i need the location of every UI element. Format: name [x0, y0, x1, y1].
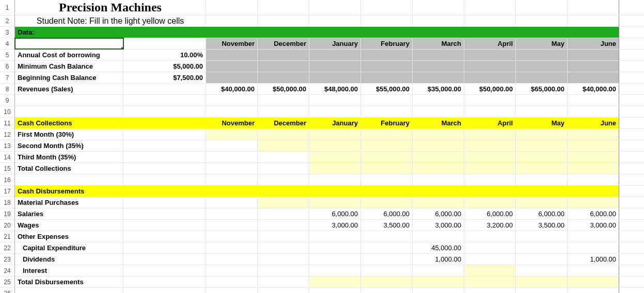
- cell[interactable]: [258, 265, 309, 276]
- cell[interactable]: [361, 72, 413, 83]
- cell[interactable]: [309, 231, 361, 242]
- cell[interactable]: [361, 0, 413, 15]
- cell[interactable]: [568, 106, 619, 117]
- cell[interactable]: [568, 265, 619, 276]
- first-month-label[interactable]: First Month (30%): [15, 129, 123, 140]
- input-cell[interactable]: [516, 129, 568, 140]
- input-cell[interactable]: [361, 129, 413, 140]
- cell[interactable]: [568, 95, 619, 106]
- row-header[interactable]: 11: [0, 118, 14, 129]
- cell[interactable]: [516, 95, 568, 106]
- month-header[interactable]: June: [568, 118, 619, 128]
- cell[interactable]: [464, 106, 516, 117]
- cell[interactable]: [309, 27, 361, 38]
- other-expenses-label[interactable]: Other Expenses: [15, 231, 123, 242]
- cell[interactable]: [464, 186, 516, 197]
- cell[interactable]: [123, 220, 206, 231]
- capex-value[interactable]: [258, 242, 309, 253]
- row-header[interactable]: 9: [0, 95, 14, 106]
- capex-value[interactable]: [568, 242, 619, 253]
- input-cell[interactable]: [413, 163, 464, 174]
- cell[interactable]: [258, 61, 309, 72]
- dividend-value[interactable]: [361, 254, 413, 265]
- cell[interactable]: [568, 174, 619, 185]
- cell[interactable]: [206, 72, 258, 83]
- cell[interactable]: [413, 61, 464, 72]
- cell[interactable]: [516, 186, 568, 197]
- cell[interactable]: [258, 152, 309, 162]
- cell[interactable]: [206, 174, 258, 185]
- cell[interactable]: [516, 265, 568, 276]
- cell[interactable]: [206, 152, 258, 162]
- cell[interactable]: [361, 50, 413, 60]
- cell[interactable]: [206, 276, 258, 287]
- input-cell[interactable]: [568, 129, 619, 140]
- wage-value[interactable]: 3,200.00: [464, 220, 516, 231]
- row-header[interactable]: 7: [0, 72, 14, 84]
- cell[interactable]: [413, 174, 464, 185]
- input-cell[interactable]: [464, 129, 516, 140]
- cell[interactable]: [464, 72, 516, 83]
- row-header[interactable]: 18: [0, 197, 14, 208]
- cell[interactable]: [413, 15, 464, 26]
- input-cell[interactable]: [309, 163, 361, 174]
- cell[interactable]: [361, 231, 413, 242]
- cell[interactable]: [309, 0, 361, 15]
- cell[interactable]: [568, 50, 619, 60]
- capex-value[interactable]: [206, 242, 258, 253]
- cell[interactable]: [15, 288, 123, 293]
- cell[interactable]: [258, 72, 309, 83]
- cell[interactable]: [361, 27, 413, 38]
- input-cell[interactable]: [413, 276, 464, 287]
- cell[interactable]: [516, 50, 568, 60]
- input-cell[interactable]: [568, 152, 619, 162]
- cell[interactable]: [206, 61, 258, 72]
- row-header[interactable]: 12: [0, 129, 14, 140]
- row-header[interactable]: 8: [0, 84, 14, 95]
- cell[interactable]: [258, 15, 309, 26]
- cell[interactable]: [516, 15, 568, 26]
- cash-disbursements-label[interactable]: Cash Disbursements: [15, 186, 123, 197]
- input-cell[interactable]: [516, 152, 568, 162]
- cell[interactable]: [206, 265, 258, 276]
- cell[interactable]: [123, 38, 206, 49]
- row-header[interactable]: 25: [0, 276, 14, 288]
- material-purchases-label[interactable]: Material Purchases: [15, 197, 123, 208]
- revenue-value[interactable]: $40,000.00: [206, 84, 258, 94]
- cell[interactable]: [123, 129, 206, 140]
- input-cell[interactable]: [309, 276, 361, 287]
- row-header[interactable]: 21: [0, 231, 14, 242]
- cell[interactable]: [568, 27, 619, 38]
- revenue-value[interactable]: $65,000.00: [516, 84, 568, 94]
- row-header[interactable]: 24: [0, 265, 14, 276]
- cell[interactable]: [361, 61, 413, 72]
- cell[interactable]: [309, 72, 361, 83]
- dividends-label[interactable]: Dividends: [15, 254, 123, 265]
- cell[interactable]: [206, 95, 258, 106]
- total-collections-label[interactable]: Total Collections: [15, 163, 123, 174]
- input-cell[interactable]: [464, 197, 516, 208]
- input-cell[interactable]: [464, 265, 516, 276]
- cell[interactable]: [361, 95, 413, 106]
- cell[interactable]: [206, 197, 258, 208]
- row-header[interactable]: 4: [0, 38, 14, 50]
- cell[interactable]: [361, 288, 413, 293]
- month-header[interactable]: November: [206, 118, 258, 128]
- input-cell[interactable]: [309, 129, 361, 140]
- row-header[interactable]: 15: [0, 163, 14, 174]
- row-header[interactable]: 22: [0, 242, 14, 254]
- total-disbursements-label[interactable]: Total Disbursements: [15, 276, 123, 287]
- row-header[interactable]: 23: [0, 254, 14, 265]
- wage-value[interactable]: 3,000.00: [309, 220, 361, 231]
- dividend-value[interactable]: [258, 254, 309, 265]
- cell[interactable]: [123, 186, 206, 197]
- cell[interactable]: [123, 197, 206, 208]
- input-cell[interactable]: [413, 197, 464, 208]
- selected-cell[interactable]: [15, 38, 123, 49]
- input-cell[interactable]: [413, 140, 464, 151]
- cell[interactable]: [206, 50, 258, 60]
- data-label[interactable]: Data:: [15, 27, 123, 38]
- input-cell[interactable]: [568, 140, 619, 151]
- capex-label[interactable]: Capital Expenditure: [15, 242, 123, 253]
- revenue-value[interactable]: $50,000.00: [258, 84, 309, 94]
